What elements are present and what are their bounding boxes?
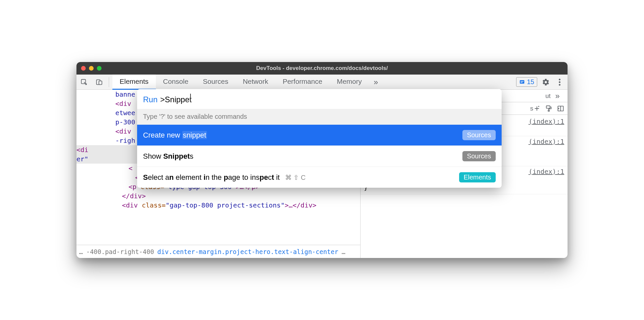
tab-memory[interactable]: Memory [330,75,369,90]
dom-text: -righ [115,137,135,144]
dom-tag: <p [129,183,136,191]
dom-text: <div [115,127,131,135]
breadcrumb-ellipsis: … [79,248,83,255]
maximize-window-button[interactable] [97,66,102,71]
rule-source-link[interactable]: (index):1 [529,138,564,145]
svg-rect-4 [520,81,523,82]
settings-icon[interactable] [541,77,551,87]
dom-text: p-300 [115,118,135,126]
dom-attr: class= [138,201,165,209]
command-item-create-snippet[interactable]: Create new snippet Sources [137,124,502,145]
kebab-menu-icon[interactable] [554,77,565,87]
minimize-window-button[interactable] [89,66,94,71]
styles-tab-partial[interactable]: ut [545,92,551,100]
command-hint: Type '?' to see available commands [137,109,502,124]
svg-point-8 [559,84,561,85]
tabbar-right: 15 [516,77,565,87]
svg-rect-2 [99,81,102,84]
svg-rect-10 [548,110,549,111]
svg-point-6 [559,79,561,80]
command-shortcut: ⌘ ⇧ C [285,174,306,181]
inspect-icon[interactable] [79,77,89,87]
tabs: Elements Console Sources Network Perform… [112,75,516,90]
tabbar: Elements Console Sources Network Perform… [76,75,568,90]
text-cursor [190,94,191,102]
traffic-lights [81,66,102,71]
tab-sources[interactable]: Sources [196,75,236,90]
command-item-select-element[interactable]: Select an element in the page to inspect… [137,167,502,188]
command-tag: Sources [462,151,496,161]
computed-toggle-icon[interactable] [557,105,564,112]
command-item-show-snippets[interactable]: Show Snippets Sources [137,145,502,167]
dom-text: er" [76,155,88,163]
issues-count: 15 [527,78,534,86]
dom-close: >…</div> [285,201,316,209]
command-query: Snippet [165,95,191,104]
svg-rect-5 [520,82,522,83]
new-style-rule-icon[interactable] [533,105,541,112]
breadcrumb-seg-active[interactable]: div.center-margin.project-hero.text-alig… [157,248,338,255]
more-tabs-icon[interactable]: » [369,75,383,90]
tab-performance[interactable]: Performance [276,75,330,90]
issues-badge[interactable]: 15 [516,77,537,87]
svg-rect-3 [520,80,524,84]
rule-source-link[interactable]: (index):1 [529,168,564,176]
tab-network[interactable]: Network [236,75,276,90]
svg-point-7 [559,81,561,83]
svg-rect-9 [546,106,550,108]
breadcrumb-seg[interactable]: -400.pad-right-400 [86,248,154,255]
close-window-button[interactable] [81,66,86,71]
breadcrumb[interactable]: … -400.pad-right-400 div.center-margin.p… [76,245,360,258]
dom-text: etwee [115,109,135,117]
command-input-row[interactable]: Run >Snippet [137,89,502,109]
command-prefix: > [160,95,165,104]
tabbar-left-tools [79,77,109,87]
devtools-window: DevTools - developer.chrome.com/docs/dev… [76,62,568,258]
dom-tag: <div [122,201,138,209]
tab-console[interactable]: Console [156,75,196,90]
device-toggle-icon[interactable] [94,77,104,87]
more-tabs-icon[interactable]: » [551,91,564,101]
titlebar: DevTools - developer.chrome.com/docs/dev… [76,62,568,75]
tab-elements[interactable]: Elements [112,75,156,90]
window-title: DevTools - developer.chrome.com/docs/dev… [76,65,568,72]
command-tag: Sources [462,130,496,140]
dom-text: < [129,164,132,172]
command-run-label: Run [143,95,158,104]
command-tag: Elements [459,172,496,182]
paint-icon[interactable] [545,105,552,112]
dom-text: <di [76,146,88,154]
command-menu: Run >Snippet Type '?' to see available c… [137,89,502,188]
dom-text: banne [115,90,135,98]
rule-source-link[interactable]: (index):1 [529,117,564,125]
dom-attrval: "gap-top-800 project-sections" [165,201,284,209]
dom-text: <div [115,100,131,108]
styles-toolbar-hint: s [530,105,534,112]
breadcrumb-ellipsis: … [341,248,345,255]
dom-close: </div> [122,192,146,200]
